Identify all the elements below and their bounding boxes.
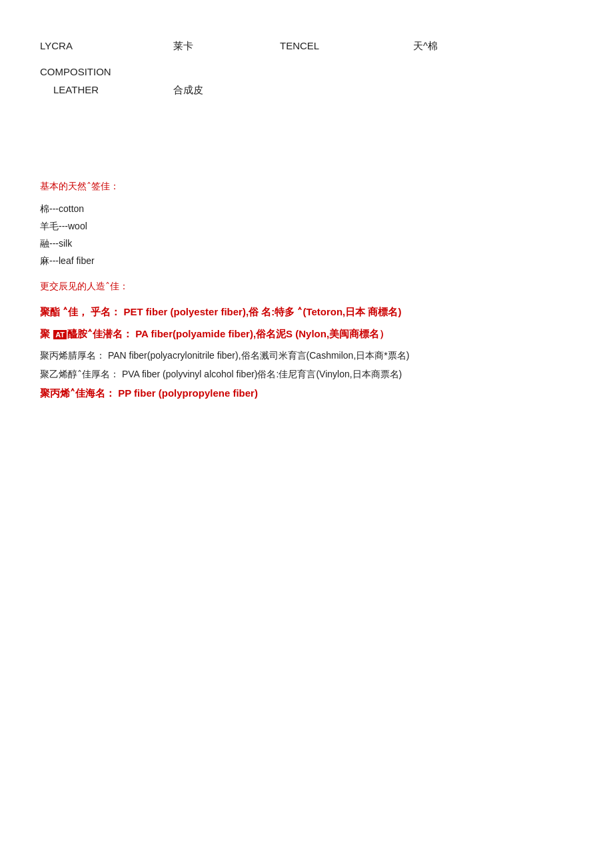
pva-text: 聚乙烯醇˄佳厚名： PVA fiber (polyvinyl alcohol f… bbox=[40, 369, 402, 379]
polyamide-text: 聚 AT醯胺˄佳潜名： PA fiber(polyamide fiber),俗名… bbox=[40, 328, 389, 339]
composition-title: COMPOSITION bbox=[40, 66, 573, 77]
polyacrylonitrile-text: 聚丙烯腈厚名： PAN fiber(polyacrylonitrile fibe… bbox=[40, 350, 409, 361]
polyacrylonitrile-block: 聚丙烯腈厚名： PAN fiber(polyacrylonitrile fibe… bbox=[40, 350, 573, 362]
polyester-block: 聚酯 ˄佳， 乎名： PET fiber (polyester fiber),俗… bbox=[40, 306, 573, 319]
leather-chinese: 合成皮 bbox=[173, 84, 573, 97]
polyester-text: 聚酯 ˄佳， 乎名： PET fiber (polyester fiber),俗… bbox=[40, 306, 401, 317]
natural-fiber-list: 棉---cotton 羊毛---wool 融---silk 麻---leaf f… bbox=[40, 203, 573, 267]
pva-block: 聚乙烯醇˄佳厚名： PVA fiber (polyvinyl alcohol f… bbox=[40, 369, 573, 381]
highlight-at: AT bbox=[53, 330, 67, 339]
spacer-1 bbox=[40, 101, 573, 181]
fiber-wool: 羊毛---wool bbox=[40, 221, 573, 233]
polyamide-block: 聚 AT醯胺˄佳潜名： PA fiber(polyamide fiber),俗名… bbox=[40, 328, 573, 341]
composition-section: COMPOSITION LEATHER 合成皮 bbox=[40, 66, 573, 97]
leather-label: LEATHER bbox=[40, 84, 173, 95]
fiber-cotton: 棉---cotton bbox=[40, 203, 573, 215]
top-row: LYCRA 莱卡 TENCEL 天^棉 bbox=[40, 40, 573, 53]
manmade-heading: 更交辰见的人造˄佳： bbox=[40, 281, 573, 293]
natural-heading: 基本的天然˄签佳： bbox=[40, 181, 573, 193]
manmade-section: 更交辰见的人造˄佳： 聚酯 ˄佳， 乎名： PET fiber (polyest… bbox=[40, 281, 573, 400]
natural-section: 基本的天然˄签佳： 棉---cotton 羊毛---wool 融---silk … bbox=[40, 181, 573, 267]
lycra-label: LYCRA bbox=[40, 40, 173, 53]
pp-text: 聚丙烯˄佳海名： PP fiber (polypropylene fiber) bbox=[40, 387, 258, 399]
tianmian-label: 天^棉 bbox=[413, 40, 520, 53]
pp-block: 聚丙烯˄佳海名： PP fiber (polypropylene fiber) bbox=[40, 387, 573, 400]
tencel-label: TENCEL bbox=[280, 40, 413, 53]
laika-label: 莱卡 bbox=[173, 40, 280, 53]
fiber-silk: 融---silk bbox=[40, 238, 573, 250]
fiber-linen: 麻---leaf fiber bbox=[40, 255, 573, 267]
